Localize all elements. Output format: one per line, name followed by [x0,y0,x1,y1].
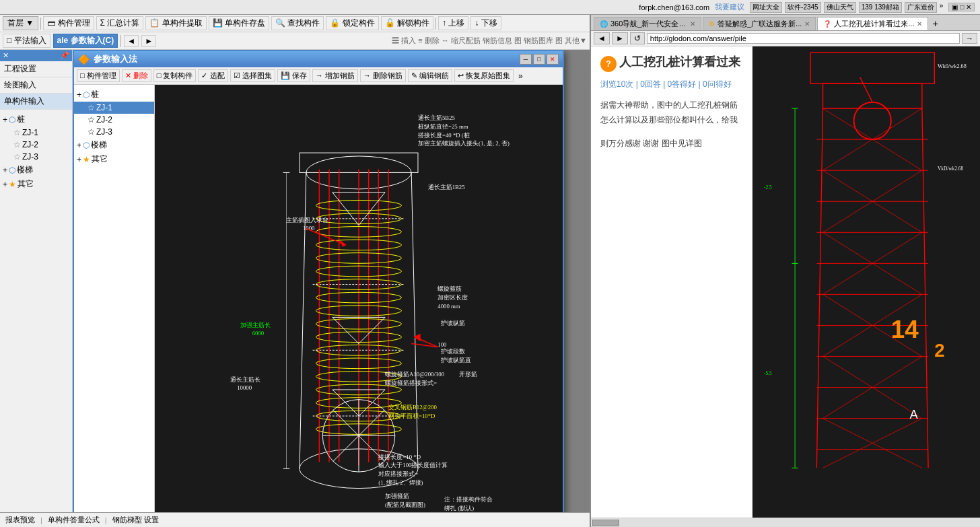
browser-text-content: ? 人工挖孔桩计算看过来 浏览10次 | 0回答 | 0答得好 | 0问得好 据… [591,46,753,518]
param-input-btn[interactable]: ale 参数输入(C) [53,34,118,48]
lock-comp-btn[interactable]: 🔒 锁定构件 [326,16,378,30]
browser-back-btn[interactable]: ◄ [594,32,610,44]
left-panel-close[interactable]: ✕ [3,51,9,60]
nav-prev-btn[interactable]: ◄ [124,35,139,47]
dlg-select[interactable]: ✓ 选配 [198,69,228,82]
new-tab-btn[interactable]: + [930,17,940,30]
more-icon[interactable]: » [940,2,944,13]
svg-text:(配筋见截面图): (配筋见截面图) [385,501,425,508]
svg-text:-5.5: -5.5 [764,370,772,376]
browser-nav-bar: ◄ ► ↺ → [591,31,980,46]
dlg-delete[interactable]: ✕ 删除 [122,69,151,82]
tree-item-zj2[interactable]: ☆ ZJ-2 [0,139,72,151]
right-cad-drawing: Wk0/wk2.68 VkD/wk2.68 14 2 A -2.5 -5.5 [753,46,980,518]
weather-icon[interactable]: 佛山天气 [824,2,856,13]
nav-next-btn[interactable]: ► [141,35,156,47]
dialog-minimize[interactable]: ─ [520,54,532,65]
tab1-icon: 🌐 [600,20,608,28]
tree-item-zj3-label: ZJ-3 [22,152,38,162]
address-bar[interactable] [647,33,960,44]
calc-btn[interactable]: Σ 汇总计算 [96,16,144,30]
dlg-zj2-icon: ☆ [88,115,95,125]
svg-text:4000 mm: 4000 mm [438,303,460,310]
dialog-tree: + ⬡ 桩 ☆ ZJ-1 ☆ ZJ-2 [74,85,155,512]
move-up-btn[interactable]: ↑ 上移 [438,16,468,30]
save-comp-btn[interactable]: 💾 单构件存盘 [209,16,269,30]
browser-tab-3-active[interactable]: ❓ 人工挖孔桩计算看过来... ✕ [817,17,928,30]
tree-item-stair[interactable]: + ⬡ 楼梯 [0,163,72,177]
dlg-save[interactable]: 💾 保存 [277,69,310,82]
nav-icon[interactable]: 网址大全 [750,2,782,13]
dlg-tree-pile-label: 桩 [91,89,99,100]
svg-text:Wk0/wk2.68: Wk0/wk2.68 [938,63,967,69]
email-display: forpk.chen@163.com [639,3,709,11]
tab2-close[interactable]: ✕ [804,20,810,28]
dlg-expand-stair: + [77,141,81,150]
dlg-tree-zj1[interactable]: ☆ ZJ-1 [74,102,154,114]
browser-forward-btn[interactable]: ► [612,32,628,44]
svg-line-87 [816,108,823,468]
dlg-more-btn[interactable]: » [518,71,523,81]
cad-drawing-svg: 加强主筋长 6000 通长主筋长 10000 通长主筋5B25 桩纵筋直径=25… [155,85,563,512]
dlg-select-set[interactable]: ☑ 选择图集 [230,69,275,82]
browser-tab-1[interactable]: 🌐 360导航_新一代安全上网... ✕ [594,17,701,30]
pile-icon: ⬡ [9,115,15,125]
notif-bar: forpk.chen@163.com 我要建议 网址大全 软件-2345 佛山天… [0,0,980,15]
status-sep: | [40,516,42,524]
tree-item-pile-group[interactable]: + ⬡ 桩 [0,112,72,127]
sidebar-item-draw[interactable]: 绘图输入 [0,77,72,94]
tab3-close[interactable]: ✕ [917,20,922,28]
move-down-btn[interactable]: ↓ 下移 [470,16,501,30]
dlg-tree-other[interactable]: + ★ 其它 [74,152,154,166]
flat-input-btn[interactable]: □ 平法输入 [3,34,50,48]
dlg-del-rebar[interactable]: → 删除钢筋 [360,69,406,82]
svg-text:通长主筋长: 通长主筋长 [230,376,260,383]
find-comp-btn[interactable]: 🔍 查找构件 [271,16,324,30]
tree-item-zj1[interactable]: ☆ ZJ-1 [0,127,72,139]
tree-item-zj3[interactable]: ☆ ZJ-3 [0,151,72,163]
software-icon[interactable]: 软件-2345 [785,2,821,13]
mail-icon[interactable]: 139 139邮箱 [859,2,902,13]
tab1-close[interactable]: ✕ [690,20,695,28]
dlg-tree-stair[interactable]: + ⬡ 楼梯 [74,138,154,152]
svg-point-124 [854,102,891,139]
cost-icon[interactable]: 广东造价 [905,2,937,13]
status-report[interactable]: 报表预览 [5,515,35,525]
dialog-maximize[interactable]: □ [533,54,545,65]
browser-tab-2[interactable]: ⚙ 答疑解惑_广联达服务新... ✕ [703,17,816,30]
window-controls: ▣ □ ✕ [948,3,975,11]
zj1-icon: ☆ [13,128,21,137]
browser-scrollbar-h[interactable] [591,518,980,527]
svg-text:护坡纵筋直: 护坡纵筋直 [440,357,471,363]
dlg-tree-zj3[interactable]: ☆ ZJ-3 [74,126,154,138]
browser-refresh-btn[interactable]: ↺ [630,32,645,44]
browser-go-btn[interactable]: → [962,33,977,44]
dlg-copy[interactable]: □ 复制构件 [153,69,197,82]
component-mgr-btn[interactable]: 🗃 构件管理 [43,16,94,30]
sep2 [435,17,436,30]
dialog-close[interactable]: ✕ [547,54,559,65]
sidebar-item-project[interactable]: 工程设置 [0,61,72,77]
left-panel-pin[interactable]: 📌 [60,51,69,60]
dlg-restore[interactable]: ↩ 恢复原始图集 [454,69,514,82]
dialog-controls: ─ □ ✕ [520,54,559,65]
svg-text:14: 14 [891,316,919,343]
svg-text:1000: 1000 [303,225,315,232]
browser-scroll-thumb[interactable] [592,520,619,526]
feedback-btn[interactable]: 我要建议 [715,2,744,12]
cad-dialog-titlebar[interactable]: 🔶 参数输入法 ─ □ ✕ [74,51,563,67]
dialog-title: 参数输入法 [94,53,137,65]
svg-text:护坡纵筋: 护坡纵筋 [440,320,465,326]
svg-text:加强主筋长: 加强主筋长 [240,322,271,328]
tree-item-other[interactable]: + ★ 其它 [0,177,72,191]
unlock-comp-btn[interactable]: 🔓 解锁构件 [381,16,433,30]
titlebar-left: 🔶 参数输入法 [78,53,137,65]
extract-btn[interactable]: 📋 单构件提取 [145,16,206,30]
dlg-add-rebar[interactable]: → 增加钢筋 [312,69,358,82]
sidebar-item-single[interactable]: 单构件输入 [0,94,72,110]
dlg-edit-rebar[interactable]: ✎ 编辑钢筋 [408,69,452,82]
floor-select[interactable]: 首层 ▼ [3,16,38,30]
dlg-comp-mgr[interactable]: □ 构件管理 [77,69,120,82]
dlg-tree-zj2[interactable]: ☆ ZJ-2 [74,114,154,126]
dlg-tree-pile[interactable]: + ⬡ 桩 [74,87,154,102]
